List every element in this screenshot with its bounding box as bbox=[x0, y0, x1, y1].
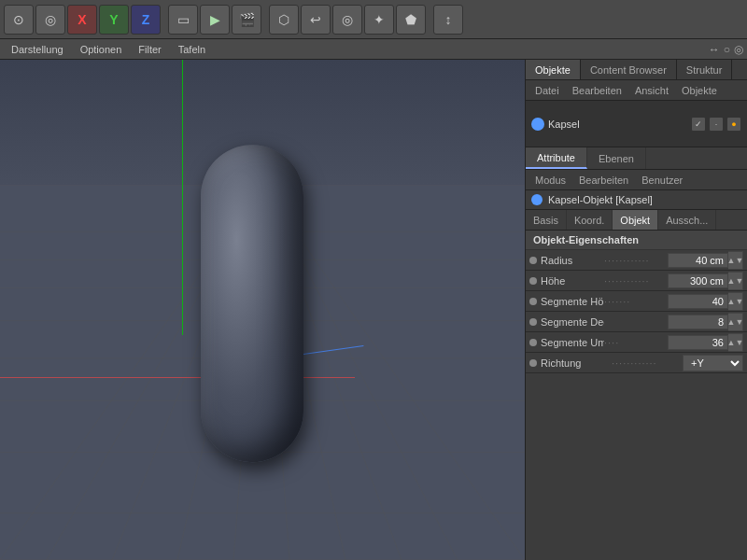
panel-tabs-top: Objekte Content Browser Struktur bbox=[526, 60, 747, 80]
prop-dot-seg-umfang bbox=[529, 339, 537, 346]
viewport[interactable] bbox=[0, 60, 525, 560]
toolbar-btn-render[interactable]: 🎬 bbox=[232, 5, 261, 35]
menu-icon-arrows: ↔ bbox=[709, 43, 720, 56]
prop-input-seg-deck[interactable] bbox=[668, 315, 728, 329]
toolbar-btn-light[interactable]: ✦ bbox=[364, 5, 394, 35]
prop-input-seg-umfang[interactable] bbox=[668, 335, 728, 350]
prop-input-radius[interactable] bbox=[668, 253, 728, 268]
prop-section-title: Objekt-Eigenschaften bbox=[526, 231, 747, 250]
prop-input-seg-hoehe[interactable] bbox=[668, 294, 728, 309]
menu-icon-target: ◎ bbox=[734, 43, 743, 56]
prop-dot-hoehe bbox=[529, 277, 537, 285]
prop-dots-seg-umfang: ···· bbox=[604, 337, 668, 348]
prop-dot-seg-hoehe bbox=[529, 298, 537, 305]
prop-row-seg-deck: Segmente Deckflächen ▲▼ bbox=[526, 312, 747, 332]
prop-arrow-seg-deck[interactable]: ▲▼ bbox=[728, 313, 743, 331]
toolbar-btn-circle2[interactable]: ◎ bbox=[35, 5, 65, 35]
prop-arrow-radius[interactable]: ▲▼ bbox=[728, 251, 743, 270]
toolbar-btn-camera[interactable]: ◎ bbox=[332, 5, 362, 35]
prop-arrow-seg-umfang[interactable]: ▲▼ bbox=[728, 333, 743, 352]
prop-arrow-seg-hoehe[interactable]: ▲▼ bbox=[728, 292, 743, 311]
object-actions: ✓ · ● bbox=[691, 117, 741, 132]
menu-optionen[interactable]: Optionen bbox=[73, 42, 130, 57]
object-icon bbox=[531, 118, 544, 131]
attr-tab-objekt[interactable]: Objekt bbox=[613, 210, 658, 230]
obj-action-dot[interactable]: · bbox=[709, 117, 724, 132]
menu-icon-dot: ○ bbox=[724, 43, 730, 56]
prop-dots-seg-hoehe: ······· bbox=[604, 296, 668, 307]
menu-darstellung[interactable]: Darstellung bbox=[4, 42, 71, 57]
sub-tab-ebenen[interactable]: Ebenen bbox=[587, 147, 646, 169]
panel-menu-ansicht[interactable]: Ansicht bbox=[629, 83, 674, 98]
attr-tab-koord[interactable]: Koord. bbox=[567, 210, 613, 230]
top-toolbar: ⊙ ◎ X Y Z ▭ ▶ 🎬 ⬡ ↩ ◎ ✦ ⬟ ↕ bbox=[0, 0, 747, 39]
menu-filter[interactable]: Filter bbox=[131, 42, 168, 57]
menu-icons: ↔ ○ ◎ bbox=[709, 43, 743, 56]
toolbar-btn-cube[interactable]: ⬡ bbox=[269, 5, 299, 35]
prop-dot-radius bbox=[529, 257, 537, 264]
right-panel: Objekte Content Browser Struktur Datei B… bbox=[525, 60, 747, 560]
prop-row-seg-hoehe: Segmente Höhe ······· ▲▼ bbox=[526, 291, 747, 312]
prop-dots-radius: ············ bbox=[604, 255, 668, 266]
attr-tab-aussch[interactable]: Aussch... bbox=[658, 210, 716, 230]
prop-label-hoehe: Höhe bbox=[541, 275, 604, 287]
prop-dot-richtung bbox=[529, 359, 537, 367]
panel-menu: Datei Bearbeiten Ansicht Objekte bbox=[526, 80, 747, 101]
toolbar-btn-arrow[interactable]: ↩ bbox=[301, 5, 331, 35]
sub-tab-attribute[interactable]: Attribute bbox=[526, 147, 587, 169]
attr-mode-bar: Modus Bearbeiten Benutzer bbox=[526, 170, 747, 190]
prop-label-seg-deck: Segmente Deckflächen bbox=[541, 316, 604, 328]
prop-dots-richtung: ············ bbox=[612, 357, 683, 369]
attr-mode-benutzer[interactable]: Benutzer bbox=[636, 173, 688, 188]
toolbar-btn-play[interactable]: ▶ bbox=[200, 5, 230, 35]
sub-tabs: Attribute Ebenen bbox=[526, 147, 747, 170]
attr-tab-basis[interactable]: Basis bbox=[526, 210, 567, 230]
toolbar-btn-move[interactable]: ↕ bbox=[433, 5, 463, 35]
object-title-label: Kapsel-Objekt [Kapsel] bbox=[548, 194, 653, 205]
menu-bar: Darstellung Optionen Filter Tafeln ↔ ○ ◎ bbox=[0, 39, 747, 60]
attr-mode-modus[interactable]: Modus bbox=[529, 173, 571, 188]
prop-row-radius: Radius ············ ▲▼ bbox=[526, 250, 747, 271]
toolbar-btn-rect[interactable]: ▭ bbox=[168, 5, 198, 35]
object-list: Kapsel ✓ · ● bbox=[526, 101, 747, 147]
object-title-icon bbox=[531, 194, 543, 205]
prop-label-seg-hoehe: Segmente Höhe bbox=[541, 296, 604, 307]
panel-menu-bearbeiten[interactable]: Bearbeiten bbox=[567, 83, 627, 98]
prop-arrow-hoehe[interactable]: ▲▼ bbox=[728, 272, 743, 290]
attr-mode-bearbeiten[interactable]: Bearbeiten bbox=[573, 173, 634, 188]
prop-row-hoehe: Höhe ············ ▲▼ bbox=[526, 271, 747, 291]
object-title-row: Kapsel-Objekt [Kapsel] bbox=[526, 190, 747, 210]
tab-struktur[interactable]: Struktur bbox=[677, 60, 733, 79]
obj-action-circle[interactable]: ● bbox=[726, 117, 741, 132]
prop-input-hoehe[interactable] bbox=[668, 273, 728, 288]
prop-dot-seg-deck bbox=[529, 318, 537, 326]
properties-panel: Objekt-Eigenschaften Radius ············… bbox=[526, 231, 747, 560]
prop-row-seg-umfang: Segmente Umfang ···· ▲▼ bbox=[526, 332, 747, 353]
object-name: Kapsel bbox=[548, 119, 685, 130]
main-area: Objekte Content Browser Struktur Datei B… bbox=[0, 60, 747, 560]
prop-label-richtung: Richtung bbox=[541, 357, 612, 369]
tab-objekte[interactable]: Objekte bbox=[526, 60, 581, 79]
obj-action-check[interactable]: ✓ bbox=[691, 117, 706, 132]
panel-menu-datei[interactable]: Datei bbox=[529, 83, 565, 98]
capsule-container bbox=[201, 145, 303, 462]
capsule-object bbox=[201, 145, 303, 462]
attr-tabs: Basis Koord. Objekt Aussch... bbox=[526, 210, 747, 231]
prop-label-radius: Radius bbox=[541, 255, 604, 266]
toolbar-btn-x[interactable]: X bbox=[67, 5, 97, 35]
prop-dots-hoehe: ············ bbox=[604, 275, 668, 287]
prop-label-seg-umfang: Segmente Umfang bbox=[541, 337, 604, 348]
prop-select-richtung[interactable]: +Y -Y +X -X +Z -Z bbox=[683, 355, 743, 371]
toolbar-btn-z[interactable]: Z bbox=[131, 5, 161, 35]
guide-vertical bbox=[182, 60, 183, 335]
menu-tafeln[interactable]: Tafeln bbox=[171, 42, 213, 57]
prop-row-richtung: Richtung ············ +Y -Y +X -X +Z -Z bbox=[526, 353, 747, 373]
panel-menu-objekte[interactable]: Objekte bbox=[676, 83, 723, 98]
toolbar-btn-y[interactable]: Y bbox=[99, 5, 129, 35]
tab-content-browser[interactable]: Content Browser bbox=[581, 60, 677, 79]
toolbar-btn-deformer[interactable]: ⬟ bbox=[396, 5, 426, 35]
toolbar-btn-circle1[interactable]: ⊙ bbox=[4, 5, 34, 35]
